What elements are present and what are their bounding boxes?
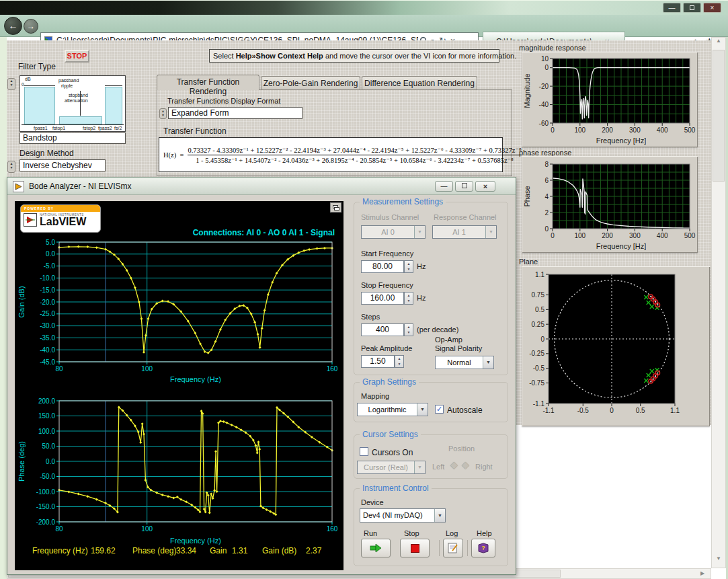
start-frequency-spinner[interactable]: ▲▼ [404,260,413,273]
stop-frequency-label: Stop Frequency [361,281,413,289]
bode-maximize-button[interactable] [455,181,473,192]
z-plane-chart: -1.1-0.500.51.11.10.750.50.250-0.25-0.5-… [522,266,710,426]
equation-numerator: 0.73327 - 4.33309z⁻¹ + 12.5227z⁻² - 22.4… [188,146,521,155]
stop-frequency-spinner[interactable]: ▲▼ [404,292,413,305]
bode-window-title: Bode Analyzer - NI ELVISmx [29,182,132,191]
diagram-passband-ripple-label: passband [58,78,79,83]
ni-logo-icon [24,213,37,227]
svg-text:4: 4 [544,193,549,200]
steps-field[interactable]: 400 [361,323,404,336]
scroll-right-icon[interactable]: ▶ [695,569,710,578]
svg-text:0: 0 [544,225,549,233]
window-maximize-button[interactable] [683,3,701,13]
cursor-right-diamond-icon[interactable]: ◆ [462,459,469,470]
mapping-label: Mapping [361,392,389,400]
autoscale-checkbox[interactable]: ✓ [435,405,444,414]
screen: — × ← → C:\Users\carlo\Documents\PIC-mic… [0,0,728,579]
svg-text:-0.75: -0.75 [529,379,544,387]
run-label: Run [364,529,377,537]
svg-text:Gain (dB): Gain (dB) [17,286,26,317]
mapping-dropdown-icon: ▼ [417,403,428,416]
svg-text:100: 100 [141,525,153,533]
filter-type-select[interactable]: Bandstop [19,132,126,144]
diagram-fpass2: fpass2 [98,126,112,130]
z-plane-title: Plane [519,258,538,266]
svg-text:-40: -40 [539,101,549,108]
svg-text:Phase (deg): Phase (deg) [17,441,26,481]
tab-zero-pole-gain-rendering[interactable]: Zero-Pole-Gain Rendering [261,76,360,90]
diagram-fstop2: fstop2 [83,126,95,130]
svg-text:100: 100 [574,126,585,134]
svg-text:-0.25: -0.25 [529,350,544,357]
steps-spinner[interactable]: ▲▼ [404,323,413,336]
svg-text:100.0: 100.0 [38,428,55,435]
design-method-label: Design Method [19,149,74,158]
diagram-fs2: fs/2 [114,126,122,130]
svg-text:8: 8 [544,161,549,168]
cursor-left-diamond-icon[interactable]: ◆ [450,459,458,470]
start-frequency-field[interactable]: 80.00 [361,260,404,273]
run-button[interactable] [361,539,391,557]
svg-text:-100.0: -100.0 [36,488,56,496]
transfer-function-display: H(z) = 0.73327 - 4.33309z⁻¹ + 12.5227z⁻²… [159,137,503,172]
svg-text:300: 300 [629,126,641,134]
svg-text:-150.0: -150.0 [36,503,56,510]
filter-type-spinner[interactable]: ▲▼ [7,78,15,90]
help-label: Help [477,529,492,537]
readout-frequency-label: Frequency (Hz) [32,546,88,555]
stop-frequency-unit: Hz [417,294,426,302]
svg-text:-5.0: -5.0 [44,262,56,270]
design-method-spinner[interactable]: ▲▼ [7,161,15,173]
readout-gain-label: Gain [210,546,227,555]
help-button[interactable]: ? [471,539,495,557]
filter-type-diagram: dB 0 passband ripple stopband attenuatio… [19,75,126,132]
measurement-settings-group: Measurement Settings Stimulus Channel Re… [354,202,508,375]
display-format-spinner[interactable]: ▲▼ [159,108,167,119]
measurement-settings-title: Measurement Settings [360,197,446,206]
bode-close-button[interactable]: × [475,181,495,192]
svg-text:-50.0: -50.0 [40,473,55,480]
help-book-icon: ? [477,543,489,553]
peak-amplitude-spinner[interactable]: ▲▼ [395,355,404,368]
window-close-button[interactable]: × [703,3,721,13]
back-button[interactable]: ← [4,17,22,35]
log-button[interactable] [443,539,463,557]
forward-button[interactable]: → [24,19,38,34]
svg-text:0.5: 0.5 [535,306,544,313]
mapping-value: Logarithmic [358,403,417,416]
opamp-label-1: Op-Amp [435,336,462,344]
svg-text:80: 80 [55,525,63,533]
scroll-down-icon[interactable]: ▼ [712,555,725,566]
design-method-select[interactable]: Inverse Chebyshev [19,159,106,171]
mapping-select[interactable]: Logarithmic▼ [357,403,428,416]
vi-stop-button[interactable]: STOP [65,50,89,63]
tab-difference-equation-rendering[interactable]: Difference Equation Rendering [362,76,477,90]
panel-restore-icon[interactable] [330,202,341,213]
svg-text:Frequency (Hz): Frequency (Hz) [170,537,221,545]
bode-window-titlebar[interactable]: Bode Analyzer - NI ELVISmx — × [7,178,516,195]
help-tip-text: Select [213,52,236,60]
stop-button[interactable] [400,539,430,557]
stimulus-channel-select: AI 0▼ [361,225,426,239]
start-frequency-unit: Hz [417,262,426,270]
steps-unit: (per decade) [417,325,458,334]
stimulus-channel-label: Stimulus Channel [361,213,419,221]
tab-transfer-function-rendering[interactable]: Transfer Function Rendering [157,75,259,90]
vertical-scrollbar-thumb[interactable] [713,50,725,182]
svg-text:0.25: 0.25 [532,321,545,328]
display-format-select[interactable]: Expanded Form [168,107,302,119]
stop-frequency-field[interactable]: 160.00 [361,292,404,305]
start-frequency-label: Start Frequency [361,249,413,258]
scroll-up-icon[interactable]: ▲ [712,38,725,48]
window-minimize-button[interactable]: — [663,3,681,13]
diagram-stopband-bar [59,116,102,124]
cursor-select: Cursor (Real)▼ [357,461,426,474]
peak-amplitude-field[interactable]: 1.50 [361,355,395,368]
svg-text:0.0: 0.0 [46,458,55,465]
bode-minimize-button[interactable]: — [435,181,453,192]
cursors-on-checkbox[interactable] [360,447,368,456]
svg-text:500: 500 [684,126,696,134]
device-select[interactable]: Dev4 (NI myDAQ)▼ [360,508,446,523]
opamp-polarity-select[interactable]: Normal▼ [435,356,494,369]
readout-phase-value: 33.34 [176,546,196,555]
